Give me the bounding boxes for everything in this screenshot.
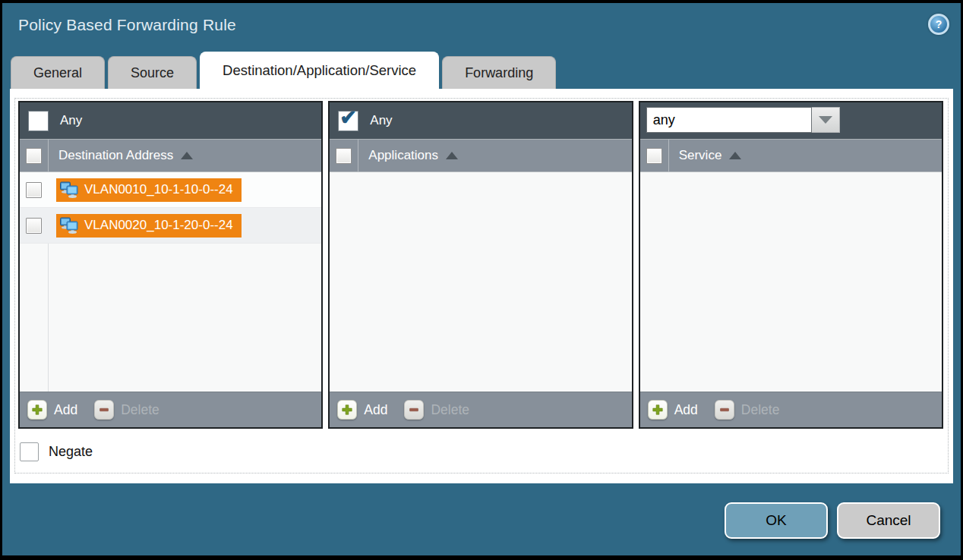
screen: Policy Based Forwarding Rule ? General S…	[0, 0, 963, 560]
plus-icon	[27, 400, 47, 420]
destination-list: VLAN0010_10-1-10-0--24 VLAN0020_10-1-20-…	[20, 172, 321, 392]
add-application-button[interactable]: Add	[337, 400, 387, 420]
sort-ascending-icon	[446, 152, 458, 159]
address-item-label: VLAN0010_10-1-10-0--24	[84, 182, 233, 197]
address-item[interactable]: VLAN0010_10-1-10-0--24	[56, 178, 242, 202]
table-row[interactable]: VLAN0010_10-1-10-0--24	[20, 172, 321, 208]
table-row[interactable]: VLAN0020_10-1-20-0--24	[20, 208, 321, 244]
tab-forwarding-label: Forwarding	[465, 65, 533, 81]
applications-selectall-checkbox[interactable]	[336, 148, 352, 164]
destination-selectall-cell	[20, 140, 49, 171]
ok-button[interactable]: OK	[725, 502, 828, 539]
row-checkbox-cell	[20, 172, 48, 207]
destination-selectall-checkbox[interactable]	[26, 148, 42, 164]
service-footer: Add Delete	[640, 392, 942, 427]
row-checkbox[interactable]	[26, 182, 42, 198]
minus-icon	[404, 400, 424, 420]
add-label: Add	[54, 402, 77, 418]
negate-checkbox[interactable]	[20, 442, 39, 461]
applications-column-title: Applications	[368, 148, 438, 163]
tab-destination-application-service[interactable]: Destination/Application/Service	[200, 52, 439, 89]
minus-icon	[94, 400, 114, 420]
delete-label: Delete	[431, 402, 469, 418]
applications-any-checkbox[interactable]	[338, 111, 358, 131]
help-icon[interactable]: ?	[928, 14, 949, 35]
sort-ascending-icon	[181, 152, 193, 159]
tab-general[interactable]: General	[11, 56, 105, 89]
address-item-label: VLAN0020_10-1-20-0--24	[84, 218, 233, 233]
dropdown-button[interactable]	[812, 107, 840, 133]
tab-bar: General Source Destination/Application/S…	[2, 52, 961, 89]
tab-source[interactable]: Source	[108, 56, 197, 89]
service-dropdown-bar: any	[640, 102, 942, 139]
service-column-header[interactable]: Service	[640, 139, 942, 172]
network-icon	[59, 217, 79, 234]
delete-label: Delete	[121, 402, 159, 418]
destination-footer: Add Delete	[20, 392, 321, 427]
service-dropdown-value[interactable]: any	[646, 107, 812, 133]
delete-service-button[interactable]: Delete	[715, 400, 780, 420]
service-selectall-checkbox[interactable]	[646, 148, 662, 164]
tab-destination-label: Destination/Application/Service	[223, 62, 416, 79]
chevron-down-icon	[819, 116, 832, 124]
policy-based-forwarding-dialog: Policy Based Forwarding Rule ? General S…	[2, 3, 961, 555]
dialog-titlebar: Policy Based Forwarding Rule ?	[2, 3, 961, 52]
delete-application-button[interactable]: Delete	[404, 400, 469, 420]
destination-any-label: Any	[60, 113, 82, 128]
applications-any-label: Any	[370, 113, 392, 128]
delete-label: Delete	[741, 402, 780, 418]
applications-list	[330, 172, 631, 392]
destination-column-title: Destination Address	[58, 148, 173, 163]
applications-panel: Any Applications	[328, 101, 633, 429]
minus-icon	[715, 400, 734, 420]
tab-general-label: General	[33, 65, 82, 81]
add-label: Add	[674, 402, 698, 418]
applications-selectall-cell	[330, 140, 358, 171]
service-selectall-cell	[640, 140, 669, 171]
dialog-footer: OK Cancel	[725, 502, 940, 539]
delete-destination-button[interactable]: Delete	[94, 400, 159, 420]
network-icon	[59, 181, 79, 199]
service-column-title: Service	[679, 148, 722, 163]
tab-forwarding[interactable]: Forwarding	[442, 56, 556, 89]
service-dropdown[interactable]: any	[646, 107, 840, 134]
page-title: Policy Based Forwarding Rule	[18, 16, 236, 34]
applications-any-bar: Any	[330, 102, 631, 139]
plus-icon	[648, 400, 668, 420]
service-list	[640, 172, 942, 392]
cancel-button[interactable]: Cancel	[837, 502, 940, 539]
applications-column-header[interactable]: Applications	[330, 139, 631, 172]
add-service-button[interactable]: Add	[648, 400, 698, 420]
negate-row: Negate	[20, 442, 93, 461]
destination-any-bar: Any	[20, 102, 321, 139]
tab-source-label: Source	[131, 65, 174, 81]
plus-icon	[337, 400, 357, 420]
columns-container: Any Destination Address	[18, 101, 943, 429]
address-item[interactable]: VLAN0020_10-1-20-0--24	[56, 214, 242, 238]
add-label: Add	[364, 402, 387, 418]
row-checkbox[interactable]	[26, 218, 42, 234]
destination-column-header[interactable]: Destination Address	[20, 139, 321, 172]
row-checkbox-cell	[20, 208, 48, 243]
tab-content-panel: Any Destination Address	[10, 89, 953, 483]
negate-label: Negate	[49, 444, 93, 460]
service-panel: any Service	[639, 101, 943, 429]
add-destination-button[interactable]: Add	[27, 400, 77, 420]
applications-footer: Add Delete	[330, 392, 631, 427]
destination-address-panel: Any Destination Address	[18, 101, 323, 429]
sort-ascending-icon	[729, 152, 741, 159]
destination-any-checkbox[interactable]	[28, 111, 49, 131]
